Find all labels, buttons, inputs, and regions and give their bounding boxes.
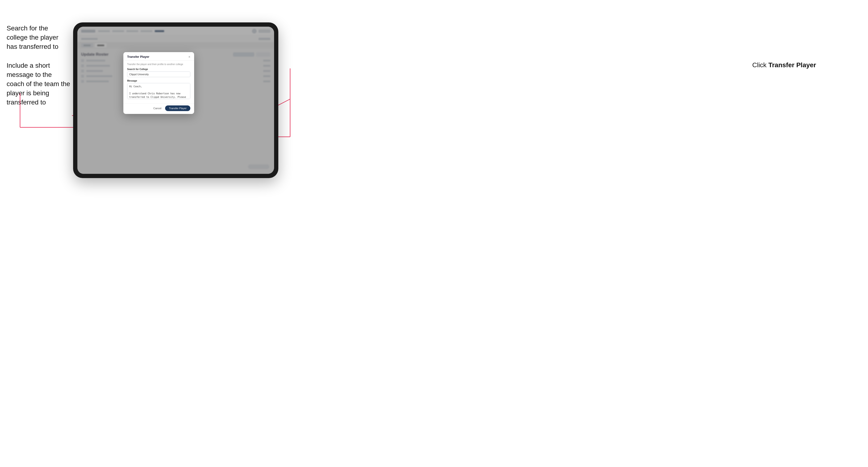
message-label: Message [127, 80, 190, 82]
modal-title: Transfer Player [127, 55, 149, 59]
modal-description: Transfer the player and their profile to… [127, 63, 190, 66]
left-annotation: Search for the college the player has tr… [7, 24, 70, 117]
tablet-device: Update Roster [73, 22, 278, 178]
annotation-text-2: Include a short message to the coach of … [7, 61, 70, 107]
search-college-label: Search for College [127, 68, 190, 70]
modal-body: Transfer the player and their profile to… [123, 61, 194, 103]
modal-footer: Cancel Transfer Player [123, 103, 194, 114]
modal-overlay: Transfer Player × Transfer the player an… [78, 27, 274, 174]
transfer-player-label: Transfer Player [769, 61, 816, 69]
modal-header: Transfer Player × [123, 52, 194, 61]
right-annotation: Click Transfer Player [752, 61, 816, 69]
search-college-input[interactable] [127, 71, 190, 77]
transfer-player-button[interactable]: Transfer Player [165, 105, 190, 111]
annotation-text-1: Search for the college the player has tr… [7, 24, 70, 52]
modal-close-button[interactable]: × [188, 55, 190, 59]
message-textarea[interactable]: Hi Coach, I understand Chris Robertson h… [127, 83, 190, 99]
tablet-screen: Update Roster [78, 27, 274, 174]
annotation-text-right: Click Transfer Player [752, 61, 816, 69]
transfer-player-modal: Transfer Player × Transfer the player an… [123, 52, 194, 114]
cancel-button[interactable]: Cancel [151, 106, 163, 111]
